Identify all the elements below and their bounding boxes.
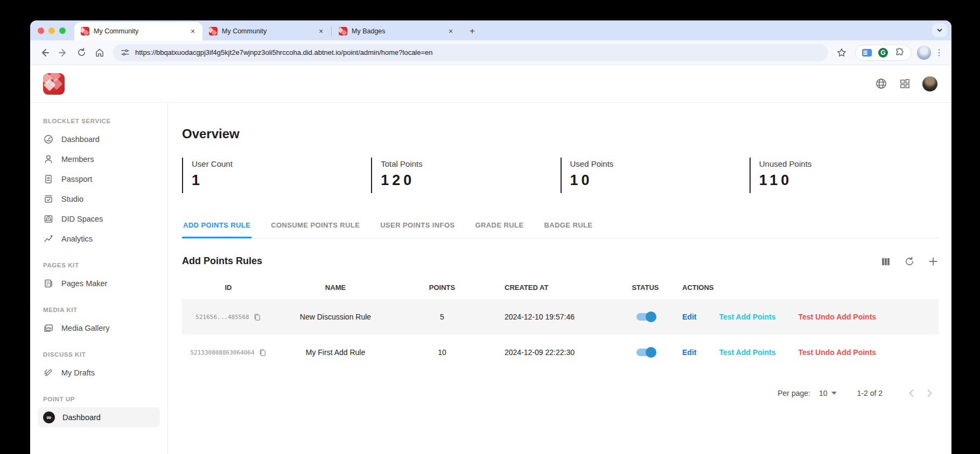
rule-id: 521330808863064064	[190, 349, 254, 356]
test-undo-add-points-link[interactable]: Test Undo Add Points	[798, 313, 876, 321]
chevron-right-icon	[927, 389, 933, 398]
address-bar[interactable]: https://bbqatxuodacgpj3if4g5kjt2e7wjnpz3…	[113, 44, 828, 61]
tab-strip: My Community × My Community × My Badges …	[30, 20, 951, 40]
test-add-points-link[interactable]: Test Add Points	[719, 348, 775, 357]
add-rule-button[interactable]	[928, 256, 939, 267]
copy-icon[interactable]	[253, 313, 261, 321]
chevron-down-icon	[936, 27, 943, 33]
caret-down-icon	[831, 392, 837, 395]
forward-arrow-icon	[58, 47, 68, 58]
stat-value: 10	[570, 172, 750, 189]
site-favicon	[81, 27, 89, 36]
per-page-select[interactable]: 10	[819, 389, 837, 398]
user-avatar[interactable]	[922, 76, 937, 91]
app-logo[interactable]	[43, 73, 65, 95]
table-header-row: ID NAME POINTS CREATED AT STATUS ACTIONS	[182, 275, 939, 299]
close-tab-icon[interactable]: ×	[317, 27, 325, 36]
zoom-window-button[interactable]	[59, 27, 66, 34]
edit-link[interactable]: Edit	[682, 313, 696, 321]
pagination-range: 1-2 of 2	[857, 389, 883, 398]
tab-add-points-rule[interactable]: ADD POINTS RULE	[182, 216, 251, 238]
passport-icon	[43, 174, 54, 185]
status-toggle[interactable]	[636, 349, 655, 356]
view-columns-button[interactable]	[880, 256, 891, 267]
sidebar-item-members[interactable]: Members	[38, 149, 160, 169]
tab-my-badges[interactable]: My Badges ×	[332, 22, 460, 40]
sidebar-section-media-kit: MEDIA KIT	[38, 301, 160, 318]
locale-globe-icon[interactable]	[875, 77, 887, 90]
sidebar-item-label: Studio	[61, 195, 83, 203]
sidebar-section-pages-kit: PAGES KIT	[38, 257, 160, 273]
extensions-puzzle-icon[interactable]	[894, 47, 905, 58]
browser-menu-button[interactable]: ⋮	[933, 47, 945, 58]
tab-my-community-1[interactable]: My Community ×	[74, 22, 202, 40]
sidebar-item-did-spaces[interactable]: DID Spaces	[38, 209, 160, 229]
tab-title: My Community	[222, 27, 312, 35]
did-spaces-icon	[43, 214, 54, 224]
tab-user-points-infos[interactable]: USER POINTS INFOS	[379, 216, 456, 238]
column-header-created-at: CREATED AT	[488, 283, 614, 292]
reload-button[interactable]	[73, 45, 89, 61]
edit-link[interactable]: Edit	[682, 348, 696, 357]
tab-my-community-2[interactable]: My Community ×	[202, 22, 331, 40]
apps-grid-icon[interactable]	[899, 78, 911, 89]
stat-label: Unused Points	[759, 159, 939, 168]
media-gallery-icon	[43, 323, 54, 334]
person-icon	[43, 154, 54, 165]
per-page-value: 10	[819, 389, 828, 398]
studio-icon	[43, 194, 54, 204]
bookmark-button[interactable]	[834, 45, 850, 61]
test-add-points-link[interactable]: Test Add Points	[719, 313, 775, 321]
tab-consume-points-rule[interactable]: CONSUME POINTS RULE	[270, 216, 361, 238]
stat-user-count: User Count 1	[182, 158, 371, 193]
test-undo-add-points-link[interactable]: Test Undo Add Points	[798, 348, 876, 357]
sidebar-item-dashboard[interactable]: Dashboard	[38, 129, 160, 149]
next-page-button[interactable]	[920, 384, 939, 402]
stat-label: Used Points	[570, 159, 750, 168]
sidebar-item-media-gallery[interactable]: Media Gallery	[38, 318, 160, 338]
close-tab-icon[interactable]: ×	[446, 27, 455, 36]
back-button[interactable]	[37, 45, 53, 61]
rule-name: My First Add Rule	[275, 348, 396, 357]
stat-label: User Count	[192, 159, 371, 168]
close-window-button[interactable]	[38, 27, 44, 34]
close-tab-icon[interactable]: ×	[188, 27, 197, 36]
reload-icon	[76, 47, 87, 58]
stat-value: 120	[381, 172, 560, 189]
sidebar-item-label: Passport	[61, 175, 92, 183]
minimize-window-button[interactable]	[48, 27, 55, 34]
url-text: https://bbqatxuodacgpj3if4g5kjt2e7wjnpz3…	[135, 48, 433, 56]
sidebar-item-passport[interactable]: Passport	[38, 169, 160, 189]
sidebar-item-studio[interactable]: Studio	[38, 189, 160, 209]
grammarly-extension-icon[interactable]: G	[878, 48, 888, 58]
tab-badge-rule[interactable]: BADGE RULE	[543, 216, 593, 238]
sidebar-item-label: Media Gallery	[61, 324, 109, 332]
chevron-left-icon	[908, 389, 914, 398]
home-button[interactable]	[92, 45, 108, 61]
sidebar-item-analytics[interactable]: Analytics	[38, 229, 160, 249]
sidebar-section-point-up: POINT UP	[38, 391, 160, 407]
status-toggle[interactable]	[636, 313, 655, 321]
sidebar-item-label: Dashboard	[62, 413, 101, 422]
previous-page-button[interactable]	[902, 384, 920, 402]
stat-value: 1	[192, 172, 371, 189]
rule-created-at: 2024-12-10 19:57:46	[488, 313, 614, 321]
tab-grade-rule[interactable]: GRADE RULE	[474, 216, 525, 238]
rule-name: New Discussion Rule	[275, 313, 396, 321]
site-settings-icon	[121, 48, 130, 57]
page-title: Overview	[182, 126, 939, 141]
sidebar-item-point-up-dashboard[interactable]: ∞ Dashboard	[38, 407, 160, 427]
browser-profile-avatar[interactable]	[917, 46, 931, 60]
table-row: 521656...485568 New Discussion Rule 5 20…	[182, 299, 939, 335]
tab-search-button[interactable]	[932, 23, 947, 37]
side-panel-extension-icon[interactable]	[862, 49, 872, 56]
forward-button[interactable]	[55, 45, 71, 61]
sidebar: BLOCKLET SERVICE Dashboard Members Passp…	[30, 103, 168, 454]
sidebar-item-pages-maker[interactable]: Pages Maker	[38, 273, 160, 293]
refresh-button[interactable]	[904, 256, 915, 267]
sidebar-item-my-drafts[interactable]: My Drafts	[38, 363, 160, 382]
browser-window: My Community × My Community × My Badges …	[30, 20, 951, 454]
extensions-pill: G	[855, 45, 912, 61]
new-tab-button[interactable]: +	[467, 26, 478, 37]
copy-icon[interactable]	[258, 349, 267, 357]
